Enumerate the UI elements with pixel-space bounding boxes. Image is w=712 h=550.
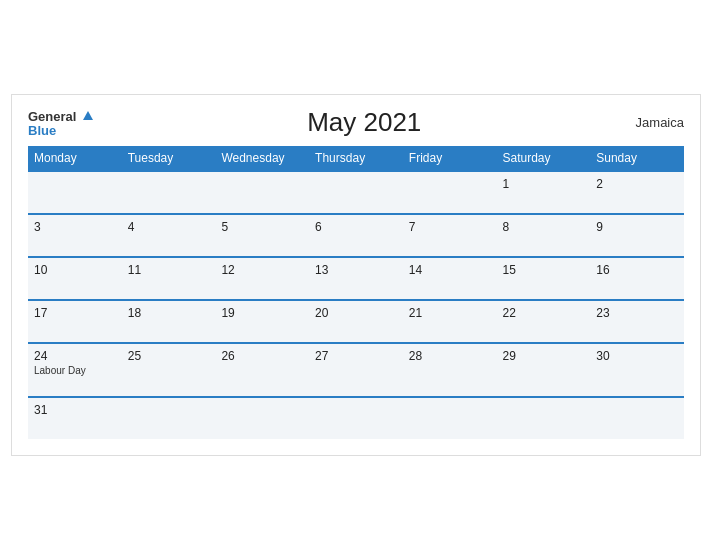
weekday-header-cell: Saturday (497, 146, 591, 171)
day-number: 15 (503, 263, 585, 277)
calendar-day-cell (215, 171, 309, 214)
calendar-day-cell: 16 (590, 257, 684, 300)
logo-triangle-icon (83, 111, 93, 120)
calendar-day-cell (215, 397, 309, 439)
calendar-day-cell: 22 (497, 300, 591, 343)
calendar-day-cell: 4 (122, 214, 216, 257)
day-number: 18 (128, 306, 210, 320)
calendar-day-cell (309, 171, 403, 214)
day-number: 23 (596, 306, 678, 320)
calendar-day-cell: 28 (403, 343, 497, 397)
calendar-header: General Blue May 2021 Jamaica (28, 107, 684, 139)
calendar-week-row: 24Labour Day252627282930 (28, 343, 684, 397)
calendar-week-row: 17181920212223 (28, 300, 684, 343)
day-number: 21 (409, 306, 491, 320)
calendar-day-cell: 11 (122, 257, 216, 300)
calendar-day-cell: 8 (497, 214, 591, 257)
day-number: 10 (34, 263, 116, 277)
day-number: 17 (34, 306, 116, 320)
day-number: 29 (503, 349, 585, 363)
calendar-day-cell: 3 (28, 214, 122, 257)
calendar-day-cell: 23 (590, 300, 684, 343)
calendar-day-cell (28, 171, 122, 214)
calendar-day-cell: 13 (309, 257, 403, 300)
weekday-header-cell: Sunday (590, 146, 684, 171)
calendar-day-cell: 1 (497, 171, 591, 214)
calendar-day-cell: 15 (497, 257, 591, 300)
calendar-day-cell: 5 (215, 214, 309, 257)
calendar-table: MondayTuesdayWednesdayThursdayFridaySatu… (28, 146, 684, 439)
day-number: 1 (503, 177, 585, 191)
calendar-day-cell: 18 (122, 300, 216, 343)
day-number: 31 (34, 403, 116, 417)
weekday-header-row: MondayTuesdayWednesdayThursdayFridaySatu… (28, 146, 684, 171)
calendar-day-cell: 31 (28, 397, 122, 439)
day-number: 7 (409, 220, 491, 234)
day-number: 25 (128, 349, 210, 363)
calendar-day-cell (497, 397, 591, 439)
calendar-day-cell: 17 (28, 300, 122, 343)
day-number: 3 (34, 220, 116, 234)
day-number: 26 (221, 349, 303, 363)
calendar-day-cell (309, 397, 403, 439)
calendar-day-cell: 27 (309, 343, 403, 397)
calendar-day-cell (122, 397, 216, 439)
calendar-body: 123456789101112131415161718192021222324L… (28, 171, 684, 439)
calendar-day-cell: 20 (309, 300, 403, 343)
day-event: Labour Day (34, 365, 116, 376)
logo: General Blue (28, 107, 93, 139)
day-number: 8 (503, 220, 585, 234)
calendar-day-cell (590, 397, 684, 439)
day-number: 30 (596, 349, 678, 363)
day-number: 5 (221, 220, 303, 234)
weekday-header-cell: Tuesday (122, 146, 216, 171)
logo-blue: Blue (28, 124, 93, 138)
calendar-day-cell: 26 (215, 343, 309, 397)
calendar-day-cell: 10 (28, 257, 122, 300)
calendar-day-cell (403, 397, 497, 439)
weekday-header-cell: Thursday (309, 146, 403, 171)
calendar-day-cell: 29 (497, 343, 591, 397)
calendar-day-cell: 2 (590, 171, 684, 214)
calendar-day-cell: 12 (215, 257, 309, 300)
calendar-day-cell: 19 (215, 300, 309, 343)
calendar-week-row: 12 (28, 171, 684, 214)
calendar-day-cell: 25 (122, 343, 216, 397)
day-number: 27 (315, 349, 397, 363)
calendar-week-row: 31 (28, 397, 684, 439)
calendar-week-row: 3456789 (28, 214, 684, 257)
calendar-day-cell: 6 (309, 214, 403, 257)
day-number: 20 (315, 306, 397, 320)
day-number: 22 (503, 306, 585, 320)
day-number: 28 (409, 349, 491, 363)
day-number: 9 (596, 220, 678, 234)
calendar-day-cell (403, 171, 497, 214)
weekday-header-cell: Friday (403, 146, 497, 171)
day-number: 11 (128, 263, 210, 277)
weekday-header-cell: Monday (28, 146, 122, 171)
calendar-day-cell: 7 (403, 214, 497, 257)
calendar-day-cell: 21 (403, 300, 497, 343)
day-number: 6 (315, 220, 397, 234)
day-number: 12 (221, 263, 303, 277)
day-number: 4 (128, 220, 210, 234)
calendar-week-row: 10111213141516 (28, 257, 684, 300)
calendar-day-cell: 30 (590, 343, 684, 397)
calendar-title: May 2021 (93, 107, 636, 138)
day-number: 2 (596, 177, 678, 191)
calendar-day-cell: 9 (590, 214, 684, 257)
calendar-day-cell (122, 171, 216, 214)
calendar-container: General Blue May 2021 Jamaica MondayTues… (11, 94, 701, 457)
calendar-day-cell: 24Labour Day (28, 343, 122, 397)
logo-general: General (28, 107, 93, 125)
day-number: 13 (315, 263, 397, 277)
day-number: 24 (34, 349, 116, 363)
weekday-header-cell: Wednesday (215, 146, 309, 171)
day-number: 16 (596, 263, 678, 277)
day-number: 14 (409, 263, 491, 277)
calendar-region: Jamaica (636, 115, 684, 130)
calendar-day-cell: 14 (403, 257, 497, 300)
day-number: 19 (221, 306, 303, 320)
